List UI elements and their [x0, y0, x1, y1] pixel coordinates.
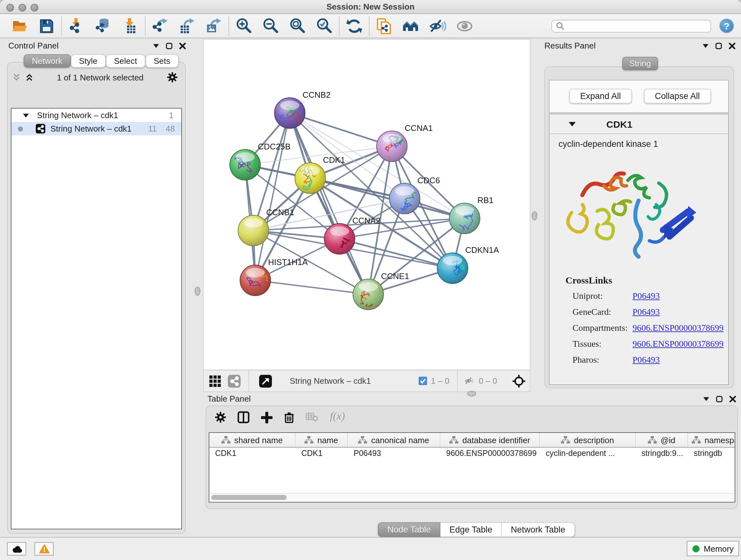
network-node-CDK1[interactable]: CDK1: [295, 155, 345, 193]
column-header-namespace[interactable]: namespace: [688, 433, 735, 447]
share-document-button[interactable]: [375, 16, 394, 36]
scrollbar-thumb[interactable]: [211, 495, 286, 500]
network-node-CCNB1[interactable]: CCNB1: [238, 207, 294, 246]
fit-selected-crosshair-icon[interactable]: [513, 374, 525, 387]
column-header-description[interactable]: description: [540, 433, 636, 447]
tab-node-table[interactable]: Node Table: [378, 522, 441, 537]
crosslink-link[interactable]: 9606.ENSP00000378699: [632, 323, 724, 333]
network-options-gear-icon[interactable]: [167, 72, 178, 82]
table-row[interactable]: CDK1CDK1P064939606.ENSP00000378699cyclin…: [209, 448, 735, 458]
network-selection-status: 1 of 1 Network selected: [33, 72, 167, 82]
protein-structure-image: [563, 160, 697, 267]
crosslink-link[interactable]: P06493: [632, 355, 660, 365]
title-bar: Session: New Session: [0, 0, 741, 14]
network-edge[interactable]: [290, 113, 368, 294]
export-table-button[interactable]: [178, 16, 197, 36]
function-builder-icon: f(x): [330, 410, 345, 422]
tab-select[interactable]: Select: [106, 54, 145, 68]
tab-network-table[interactable]: Network Table: [502, 522, 575, 537]
crosslink-link[interactable]: 9606.ENSP00000378699: [632, 339, 724, 349]
network-edge[interactable]: [290, 113, 392, 146]
float-panel-icon[interactable]: [716, 395, 723, 402]
gene-card-header[interactable]: CDK1: [549, 114, 728, 134]
export-network-button[interactable]: [151, 16, 170, 36]
open-session-button[interactable]: [10, 16, 29, 36]
crosslink-link[interactable]: P06493: [632, 291, 660, 301]
collapse-all-networks-icon[interactable]: [13, 73, 20, 81]
delete-column-trash-icon[interactable]: [284, 412, 294, 423]
help-button[interactable]: ?: [719, 18, 734, 33]
network-edge[interactable]: [255, 113, 290, 280]
collapse-panel-icon[interactable]: [153, 44, 159, 48]
memory-button[interactable]: Memory: [687, 541, 739, 556]
collapse-panel-icon[interactable]: [703, 397, 709, 401]
table-horizontal-scrollbar[interactable]: [210, 493, 734, 501]
network-edge[interactable]: [255, 280, 368, 294]
birdseye-grid-icon[interactable]: [209, 374, 221, 387]
network-node-CCNA1[interactable]: CCNA1: [377, 123, 433, 162]
expand-all-button[interactable]: Expand All: [569, 89, 632, 104]
collapse-gene-icon[interactable]: [569, 122, 576, 126]
column-header-name[interactable]: name: [295, 433, 348, 447]
close-panel-icon[interactable]: [730, 395, 736, 402]
export-image-button[interactable]: [204, 16, 223, 36]
zoom-selected-button[interactable]: [315, 16, 334, 36]
left-splitter-handle[interactable]: [195, 287, 200, 296]
selected-checkbox-icon[interactable]: [419, 377, 427, 385]
show-columns-icon[interactable]: [238, 411, 250, 423]
network-node-RB1[interactable]: RB1: [449, 195, 494, 234]
import-database-button[interactable]: [94, 16, 113, 36]
network-row[interactable]: String Network – cdk11148: [11, 122, 181, 135]
network-collection-row[interactable]: String Network – cdk11: [11, 109, 181, 122]
bottom-splitter-handle[interactable]: [467, 391, 476, 396]
close-panel-icon[interactable]: [179, 43, 186, 49]
network-label: String Network – cdk1: [51, 124, 131, 133]
close-panel-icon[interactable]: [729, 43, 735, 49]
expand-all-networks-icon[interactable]: [25, 73, 33, 81]
hide-glasses-button[interactable]: [428, 16, 448, 36]
expander-icon[interactable]: [23, 113, 29, 117]
collapse-all-button[interactable]: Collapse All: [644, 89, 711, 104]
cloud-button[interactable]: [7, 542, 26, 556]
network-canvas[interactable]: CCNB2CCNA1CDC25BCDK1CDC6RB1CCNB1CCNA2CDK…: [204, 40, 530, 370]
zoom-out-button[interactable]: [261, 16, 280, 36]
table-options-gear-icon[interactable]: [215, 412, 226, 423]
memory-label: Memory: [704, 544, 734, 553]
column-header-shared-name[interactable]: shared name: [209, 433, 295, 447]
tab-string[interactable]: String: [622, 57, 658, 70]
import-table-button[interactable]: [121, 16, 140, 36]
table-panel-title: Table Panel: [207, 394, 251, 403]
string-home-button[interactable]: [401, 16, 421, 36]
network-share-icon[interactable]: [228, 374, 241, 387]
network-node-CDC25B[interactable]: CDC25B: [230, 142, 291, 180]
warnings-button[interactable]: [35, 542, 54, 556]
tab-style[interactable]: Style: [71, 54, 106, 68]
zoom-fit-button[interactable]: [288, 16, 307, 36]
table-cell: CDK1: [209, 449, 295, 457]
right-splitter-handle[interactable]: [532, 211, 537, 220]
column-header--id[interactable]: @id: [636, 433, 688, 447]
column-header-database-identifier[interactable]: database identifier: [441, 433, 540, 447]
column-type-icon: [692, 436, 701, 444]
crosslink-link[interactable]: P06493: [632, 307, 660, 317]
network-node-HIST1H1A[interactable]: HIST1H1A: [240, 257, 308, 296]
search-input[interactable]: [565, 20, 711, 32]
tab-sets[interactable]: Sets: [145, 54, 179, 68]
tab-network[interactable]: Network: [23, 54, 71, 68]
toolbar-separator: [339, 16, 340, 36]
search-box[interactable]: [551, 19, 711, 32]
warning-icon: [39, 544, 50, 554]
show-eye-button[interactable]: [455, 16, 474, 36]
save-session-button[interactable]: [37, 16, 56, 36]
tab-edge-table[interactable]: Edge Table: [441, 522, 502, 537]
zoom-in-button[interactable]: [234, 16, 253, 36]
collapse-panel-icon[interactable]: [703, 44, 709, 48]
float-panel-icon[interactable]: [716, 43, 722, 49]
column-header-canonical-name[interactable]: canonical name: [348, 433, 441, 447]
float-panel-icon[interactable]: [166, 43, 172, 49]
network-node-CDKN1A[interactable]: CDKN1A: [437, 245, 499, 284]
open-in-window-icon[interactable]: [259, 374, 272, 387]
refresh-button[interactable]: [345, 16, 364, 36]
import-network-button[interactable]: [67, 16, 86, 36]
add-column-icon[interactable]: [261, 412, 273, 423]
